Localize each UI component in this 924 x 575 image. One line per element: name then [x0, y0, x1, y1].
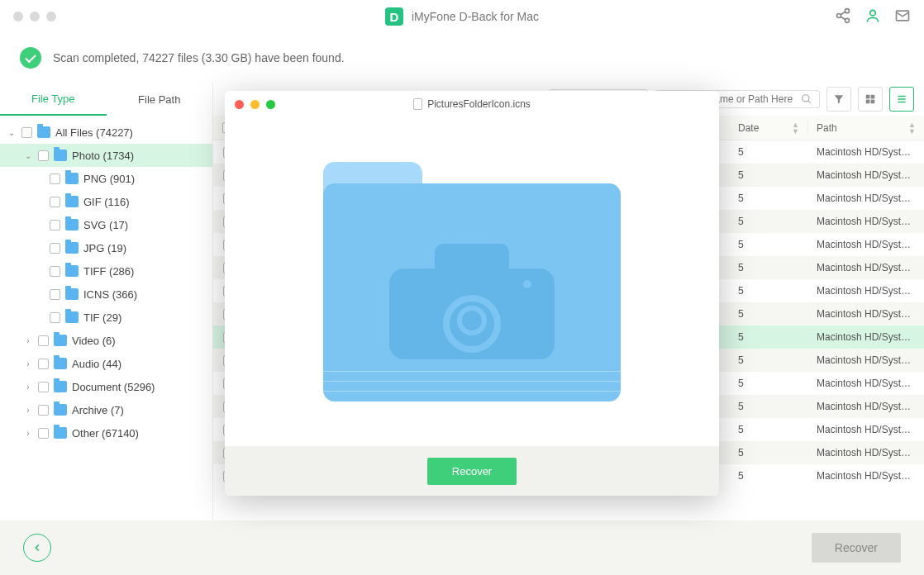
tree-item[interactable]: PNG (901)	[0, 167, 212, 190]
cell-date: 5	[730, 192, 808, 204]
tree-label: Photo (1734)	[72, 150, 134, 162]
user-icon[interactable]	[864, 7, 881, 26]
folder-icon	[65, 196, 79, 207]
tree-label: JPG (19)	[83, 242, 126, 254]
success-check-icon	[20, 47, 41, 69]
tree-label: GIF (116)	[83, 196, 130, 208]
tree-label: Document (5296)	[72, 381, 155, 393]
checkbox[interactable]	[38, 428, 49, 439]
checkbox[interactable]	[50, 312, 60, 323]
share-icon[interactable]	[835, 7, 851, 26]
tree-item-all-files[interactable]: ⌄ All Files (74227)	[0, 121, 212, 144]
cell-path: Macintosh HD/System/L...	[808, 447, 924, 459]
th-path[interactable]: Path▲▼	[808, 121, 924, 135]
chevron-right-icon[interactable]: ›	[23, 336, 33, 345]
checkbox[interactable]	[50, 266, 60, 277]
checkbox[interactable]	[50, 243, 60, 254]
title-center: D iMyFone D-Back for Mac	[0, 7, 924, 26]
tree-item-archive[interactable]: ›Archive (7)	[0, 398, 212, 421]
checkbox[interactable]	[50, 289, 60, 300]
window-minimize-dot[interactable]	[30, 12, 40, 21]
cell-path: Macintosh HD/System/L...	[808, 146, 924, 158]
tree-label: ICNS (366)	[83, 288, 137, 301]
chevron-down-icon[interactable]: ⌄	[23, 151, 33, 160]
window-close-dot[interactable]	[13, 12, 23, 21]
cell-date: 5	[730, 308, 808, 320]
checkbox[interactable]	[38, 405, 49, 416]
chevron-right-icon[interactable]: ›	[23, 383, 33, 392]
checkbox[interactable]	[38, 359, 49, 369]
filter-icon[interactable]	[826, 87, 851, 112]
recover-button-modal[interactable]: Recover	[427, 458, 517, 485]
folder-icon	[37, 126, 50, 138]
search-icon[interactable]	[801, 93, 812, 105]
window-traffic-lights	[13, 12, 56, 21]
tree-item[interactable]: TIFF (286)	[0, 259, 212, 283]
modal-footer: Recover	[225, 446, 719, 496]
cell-path: Macintosh HD/System/L...	[808, 401, 924, 412]
chevron-right-icon[interactable]: ›	[23, 359, 33, 368]
chevron-left-icon	[31, 542, 43, 554]
folder-icon	[65, 265, 79, 277]
svg-rect-11	[866, 100, 870, 104]
cell-date: 5	[730, 470, 808, 482]
cell-path: Macintosh HD/System/L...	[808, 169, 924, 181]
app-title: iMyFone D-Back for Mac	[412, 10, 539, 23]
footer: Recover	[0, 520, 924, 575]
file-tree: ⌄ All Files (74227) ⌄ Photo (1734) PNG (…	[0, 116, 212, 449]
modal-zoom-dot[interactable]	[266, 100, 275, 109]
checkbox[interactable]	[50, 220, 60, 230]
tree-label: Audio (44)	[72, 358, 121, 370]
cell-date: 5	[730, 285, 808, 297]
cell-path: Macintosh HD/System/L...	[808, 262, 924, 273]
tab-file-type[interactable]: File Type	[0, 83, 107, 116]
cell-path: Macintosh HD/System/L...	[808, 331, 924, 343]
tree-item-photo[interactable]: ⌄ Photo (1734)	[0, 144, 212, 167]
checkbox[interactable]	[38, 382, 49, 392]
tab-file-path[interactable]: File Path	[107, 83, 213, 116]
back-button[interactable]	[23, 534, 51, 562]
app-logo-icon: D	[385, 7, 403, 26]
recover-button-footer[interactable]: Recover	[812, 533, 901, 563]
chevron-down-icon[interactable]: ⌄	[7, 128, 17, 137]
checkbox[interactable]	[38, 335, 49, 346]
folder-icon	[54, 358, 67, 369]
folder-icon	[65, 288, 79, 300]
mail-icon[interactable]	[894, 7, 911, 26]
cell-date: 5	[730, 331, 808, 343]
grid-view-icon[interactable]	[858, 87, 883, 112]
list-view-icon[interactable]	[889, 87, 914, 112]
tree-label: SVG (17)	[83, 219, 128, 231]
tree-item[interactable]: GIF (116)	[0, 190, 212, 213]
modal-body	[225, 117, 719, 446]
cell-date: 5	[730, 239, 808, 250]
checkbox[interactable]	[50, 197, 60, 207]
checkbox[interactable]	[38, 150, 49, 161]
tree-item[interactable]: JPG (19)	[0, 236, 212, 259]
cell-date: 5	[730, 447, 808, 459]
cell-path: Macintosh HD/System/L...	[808, 285, 924, 297]
chevron-right-icon[interactable]: ›	[23, 429, 33, 438]
tree-label: TIF (29)	[83, 311, 121, 324]
tree-item[interactable]: ICNS (366)	[0, 283, 212, 306]
tree-item-other[interactable]: ›Other (67140)	[0, 421, 212, 444]
tree-label: Other (67140)	[72, 427, 139, 440]
cell-path: Macintosh HD/System/L...	[808, 192, 924, 204]
tree-item-audio[interactable]: ›Audio (44)	[0, 352, 212, 375]
folder-icon	[54, 404, 67, 416]
checkbox[interactable]	[21, 127, 32, 138]
folder-icon	[54, 150, 67, 161]
modal-close-dot[interactable]	[235, 100, 244, 109]
th-date[interactable]: Date▲▼	[730, 121, 808, 135]
tree-item-video[interactable]: ›Video (6)	[0, 329, 212, 352]
modal-titlebar: PicturesFolderIcon.icns	[225, 91, 719, 117]
status-bar: Scan completed, 74227 files (3.30 GB) ha…	[0, 33, 924, 83]
chevron-right-icon[interactable]: ›	[23, 406, 33, 415]
modal-minimize-dot[interactable]	[250, 100, 260, 109]
window-zoom-dot[interactable]	[46, 12, 56, 21]
checkbox[interactable]	[50, 173, 60, 184]
tree-item[interactable]: TIF (29)	[0, 306, 212, 329]
tree-label: All Files (74227)	[55, 126, 133, 139]
tree-item-document[interactable]: ›Document (5296)	[0, 375, 212, 398]
tree-item[interactable]: SVG (17)	[0, 213, 212, 236]
